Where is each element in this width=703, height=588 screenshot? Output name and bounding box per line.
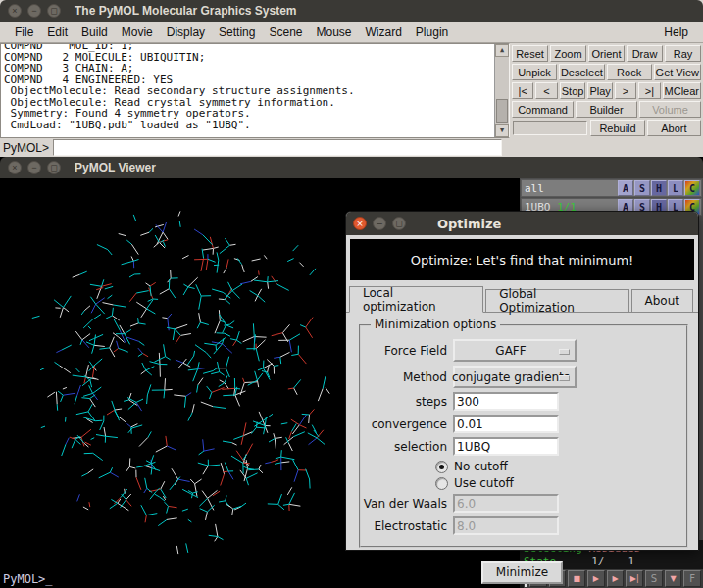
-button[interactable]: <: [535, 82, 557, 99]
dialog-banner: Optimize: Let's find that minimum!: [350, 239, 694, 280]
unpick-button[interactable]: Unpick: [512, 64, 557, 80]
viewer-titlebar[interactable]: × − ◻ PyMOL Viewer: [0, 157, 703, 178]
minimize-button[interactable]: Minimize: [481, 561, 563, 584]
object-name[interactable]: all: [522, 182, 618, 195]
molecule-bonds-o: [70, 237, 324, 523]
selection-row: selection: [361, 437, 680, 456]
-button[interactable]: >: [615, 82, 636, 99]
vdw-row: Van der Waals: [361, 494, 680, 513]
menu-item-help[interactable]: Help: [657, 25, 695, 39]
command-input[interactable]: [53, 139, 502, 156]
radio-checked-icon[interactable]: [435, 461, 448, 473]
abort-button[interactable]: Abort: [647, 120, 701, 136]
object-l-button[interactable]: L: [668, 180, 683, 196]
selection-label: selection: [361, 440, 447, 454]
menu-item-file[interactable]: File: [8, 25, 40, 39]
deselect-button[interactable]: Deselect: [559, 64, 605, 80]
zoom-button[interactable]: Zoom: [550, 45, 586, 62]
menu-item-mouse[interactable]: Mouse: [309, 25, 358, 39]
close-icon[interactable]: ×: [353, 217, 367, 230]
console-line-7: CmdLoad: "1UBQ.pdb" loaded as "1UBQ".: [4, 120, 509, 131]
control-button-panel: ResetZoomOrientDrawRayUnpickDeselectRock…: [510, 43, 703, 138]
console-lines: COMPND MOL_ID: 1;COMPND 2 MOLECULE: UBIQ…: [1, 43, 509, 130]
tab-global-optimization[interactable]: Global Optimization: [485, 289, 628, 312]
minimization-options-group: Minimization options Force Field GAFF Me…: [359, 324, 688, 548]
scroll-down-icon[interactable]: ▼: [495, 124, 509, 137]
tab-local-optimization[interactable]: Local optimization: [349, 286, 483, 313]
minimize-icon[interactable]: −: [27, 161, 41, 174]
console-scrollbar[interactable]: ▲ ▼: [494, 44, 509, 137]
minimize-icon[interactable]: −: [27, 4, 41, 18]
menu-item-plugin[interactable]: Plugin: [409, 25, 455, 39]
reset-button[interactable]: Reset: [512, 45, 548, 62]
method-dropdown[interactable]: conjugate gradients: [453, 366, 577, 388]
command-prompt-row: PyMOL>: [0, 138, 703, 157]
main-window-title: The PyMOL Molecular Graphics System: [75, 4, 297, 18]
convergence-label: convergence: [361, 417, 447, 431]
object-c-button[interactable]: C: [684, 180, 700, 196]
use-cutoff-label: Use cutoff: [454, 476, 514, 490]
force-field-label: Force Field: [361, 344, 447, 358]
group-title: Minimization options: [371, 318, 500, 331]
force-field-dropdown[interactable]: GAFF: [453, 339, 577, 362]
object-s-button[interactable]: S: [634, 180, 650, 196]
force-field-value: GAFF: [495, 344, 526, 358]
electrostatic-input: [453, 516, 559, 535]
vdw-input: [453, 494, 559, 513]
menu-item-setting[interactable]: Setting: [212, 25, 262, 39]
menu-item-edit[interactable]: Edit: [40, 25, 75, 39]
rebuild-button[interactable]: Rebuild: [590, 120, 644, 136]
menu-item-movie[interactable]: Movie: [115, 25, 160, 39]
draw-button[interactable]: Draw: [627, 45, 663, 62]
scrollbar-thumb[interactable]: [496, 99, 508, 122]
ray-button[interactable]: Ray: [665, 45, 701, 62]
object-row-all[interactable]: allASHLC: [521, 179, 702, 197]
volume-button: Volume: [639, 101, 701, 118]
console-output[interactable]: COMPND MOL_ID: 1;COMPND 2 MOLECULE: UBIQ…: [0, 43, 510, 138]
dialog-title: Optimize: [437, 217, 501, 231]
steps-input[interactable]: [453, 392, 559, 411]
close-icon[interactable]: ×: [8, 4, 22, 18]
close-icon[interactable]: ×: [8, 161, 22, 174]
play-button[interactable]: Play: [587, 82, 612, 99]
convergence-row: convergence: [361, 415, 680, 433]
scroll-up-icon[interactable]: ▲: [495, 44, 509, 57]
stop-button[interactable]: Stop: [560, 82, 586, 99]
maximize-icon[interactable]: ◻: [47, 4, 61, 18]
molecule-bonds-h: [47, 211, 329, 554]
method-value: conjugate gradients: [452, 370, 570, 384]
console-line-6: Symmetry: Found 4 symmetry operators.: [4, 108, 509, 120]
force-field-row: Force Field GAFF: [361, 339, 680, 362]
dialog-titlebar[interactable]: × − ◻ Optimize: [346, 212, 698, 235]
radio-unchecked-icon[interactable]: [435, 477, 448, 490]
tab-about[interactable]: About: [631, 289, 693, 312]
mclear-button[interactable]: MClear: [663, 82, 701, 99]
rock-button[interactable]: Rock: [607, 64, 652, 80]
orient-button[interactable]: Orient: [588, 45, 625, 62]
convergence-input[interactable]: [453, 415, 559, 433]
console-line-4: ObjectMolecule: Read secondary structure…: [4, 85, 509, 97]
dialog-tabs: Local optimizationGlobal OptimizationAbo…: [346, 284, 698, 313]
menu-item-wizard[interactable]: Wizard: [359, 25, 409, 39]
object-a-button[interactable]: A: [618, 180, 633, 196]
selection-input[interactable]: [453, 437, 559, 456]
builder-button[interactable]: Builder: [576, 101, 637, 118]
viewer-window-title: PyMOL Viewer: [75, 161, 156, 174]
molecule-bonds-c: [32, 215, 326, 553]
maximize-icon[interactable]: ◻: [47, 161, 61, 174]
menu-item-display[interactable]: Display: [160, 25, 212, 39]
object-h-button[interactable]: H: [651, 180, 667, 196]
no-cutoff-option[interactable]: No cutoff: [435, 460, 680, 473]
get-view-button[interactable]: Get View: [654, 64, 701, 80]
menu-item-build[interactable]: Build: [75, 25, 115, 39]
menu-item-scene[interactable]: Scene: [262, 25, 309, 39]
maximize-icon[interactable]: ◻: [392, 217, 406, 230]
use-cutoff-option[interactable]: Use cutoff: [435, 476, 680, 490]
button-row-2: UnpickDeselectRockGet View: [511, 63, 702, 81]
command-button[interactable]: Command: [512, 101, 574, 118]
-button[interactable]: |<: [512, 82, 533, 99]
main-titlebar[interactable]: × − ◻ The PyMOL Molecular Graphics Syste…: [0, 0, 703, 22]
minimize-icon[interactable]: −: [373, 217, 386, 230]
-button[interactable]: >|: [638, 82, 660, 99]
viewer-prompt: PyMOL>_: [3, 572, 53, 586]
